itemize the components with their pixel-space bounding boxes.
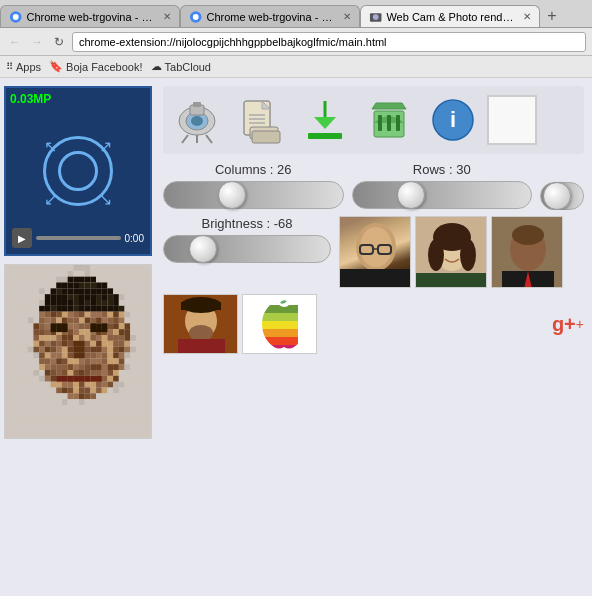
webcam-tool-button[interactable]	[167, 90, 227, 150]
left-panel: 0.03MP ↖ ↗ ↙ ↘ ▶ 0:00	[0, 78, 155, 596]
tab-2[interactable]: Chrome web-trgovina - W... ✕	[180, 5, 360, 27]
svg-rect-53	[178, 339, 225, 354]
new-tab-button[interactable]: +	[540, 5, 564, 27]
thumbnails-row-2: g+ +	[163, 294, 584, 354]
thumb-apple[interactable]	[242, 294, 317, 354]
svg-line-12	[206, 135, 212, 143]
chrome-favicon-1	[9, 10, 22, 24]
arrow-br-icon: ↘	[99, 190, 112, 209]
cloud-icon: ☁	[151, 60, 162, 73]
forward-button[interactable]: →	[28, 33, 46, 51]
henry-icon	[164, 295, 238, 354]
arrow-tr-icon: ↗	[99, 137, 112, 156]
svg-rect-51	[181, 302, 221, 310]
columns-thumb[interactable]	[218, 181, 246, 209]
bookmarks-bar: ⠿ Apps 🔖 Boja Facebook! ☁ TabCloud	[0, 56, 592, 78]
svg-rect-24	[308, 133, 342, 139]
brightness-track[interactable]	[163, 235, 331, 263]
tab-1-close[interactable]: ✕	[163, 11, 171, 22]
rows-track[interactable]	[352, 181, 533, 209]
video-controls: ▶ 0:00	[6, 228, 150, 248]
file-tool-button[interactable]	[231, 90, 291, 150]
tab-3-close[interactable]: ✕	[523, 11, 531, 22]
apple-logo-icon	[252, 297, 307, 352]
mp-label: 0.03MP	[10, 92, 51, 106]
boja-bookmark[interactable]: 🔖 Boja Facebook!	[49, 60, 142, 73]
address-bar: ← → ↻	[0, 28, 592, 56]
tabcloud-label: TabCloud	[165, 61, 211, 73]
pixel-canvas	[5, 265, 152, 439]
svg-rect-55	[260, 313, 298, 321]
brightness-label: Brightness : -68	[163, 216, 331, 231]
time-display: 0:00	[125, 233, 144, 244]
columns-slider-group: Columns : 26	[163, 162, 344, 210]
svg-point-40	[428, 239, 444, 271]
rows-slider-group: Rows : 30	[352, 162, 533, 210]
tab-1-label: Chrome web-trgovina - W...	[26, 11, 155, 23]
apps-bookmark[interactable]: ⠿ Apps	[6, 61, 41, 73]
thumb-henry[interactable]	[163, 294, 238, 354]
pixel-art-area	[4, 264, 152, 439]
brightness-thumb[interactable]	[189, 235, 217, 263]
top-sliders: Columns : 26 Rows : 30	[163, 162, 584, 210]
file-tool-icon	[236, 95, 286, 145]
webcam-symbol: ↖ ↗ ↙ ↘	[38, 131, 118, 211]
thumb-obama[interactable]	[491, 216, 563, 288]
svg-text:i: i	[450, 107, 456, 132]
refresh-button[interactable]: ↻	[50, 33, 68, 51]
svg-rect-54	[260, 305, 298, 313]
toolbar: i	[163, 86, 584, 154]
svg-point-3	[193, 14, 199, 20]
svg-line-11	[182, 135, 188, 143]
apps-grid-icon: ⠿	[6, 61, 13, 72]
tab-2-label: Chrome web-trgovina - W...	[206, 11, 335, 23]
arrow-bl-icon: ↙	[44, 190, 57, 209]
rows-label: Rows : 30	[352, 162, 533, 177]
rows-thumb[interactable]	[397, 181, 425, 209]
boja-label: Boja Facebook!	[66, 61, 142, 73]
info-tool-button[interactable]: i	[423, 90, 483, 150]
third-track[interactable]	[540, 182, 584, 210]
obama-icon	[492, 217, 563, 288]
columns-track[interactable]	[163, 181, 344, 209]
cam-inner-ring	[58, 151, 98, 191]
recycle-tool-button[interactable]	[359, 90, 419, 150]
video-area: 0.03MP ↖ ↗ ↙ ↘ ▶ 0:00	[4, 86, 152, 256]
third-slider-group	[540, 162, 584, 210]
brightness-row: Brightness : -68	[163, 216, 584, 288]
third-thumb[interactable]	[543, 182, 571, 210]
back-button[interactable]: ←	[6, 33, 24, 51]
progress-bar[interactable]	[36, 236, 121, 240]
thumb-kate[interactable]	[415, 216, 487, 288]
recycle-tool-icon	[364, 95, 414, 145]
gplus-area: g+ +	[552, 313, 584, 336]
brightness-slider-group: Brightness : -68	[163, 216, 331, 263]
chrome-favicon-2	[189, 10, 202, 24]
tab-3-label: Web Cam & Photo render...	[386, 11, 515, 23]
photo-preview-box[interactable]	[487, 95, 537, 145]
svg-rect-59	[260, 345, 298, 352]
page-content: 0.03MP ↖ ↗ ↙ ↘ ▶ 0:00	[0, 78, 592, 596]
tab-1[interactable]: Chrome web-trgovina - W... ✕	[0, 5, 180, 27]
download-tool-button[interactable]	[295, 90, 355, 150]
download-tool-icon	[300, 95, 350, 145]
svg-rect-28	[396, 115, 400, 131]
columns-label: Columns : 26	[163, 162, 344, 177]
svg-point-5	[373, 14, 379, 20]
svg-point-41	[460, 239, 476, 271]
tabcloud-bookmark[interactable]: ☁ TabCloud	[151, 60, 211, 73]
steve-icon	[340, 217, 411, 288]
bookmark-icon-1: 🔖	[49, 60, 63, 73]
gplus-button[interactable]: g+	[552, 313, 576, 336]
svg-rect-58	[260, 337, 298, 345]
svg-rect-27	[387, 115, 391, 131]
svg-rect-57	[260, 329, 298, 337]
play-button[interactable]: ▶	[12, 228, 32, 248]
kate-icon	[416, 217, 487, 288]
address-input[interactable]	[72, 32, 586, 52]
webcam-tool-icon	[172, 95, 222, 145]
tab-3[interactable]: Web Cam & Photo render... ✕	[360, 5, 540, 27]
svg-rect-36	[340, 269, 411, 288]
tab-2-close[interactable]: ✕	[343, 11, 351, 22]
thumb-steve[interactable]	[339, 216, 411, 288]
